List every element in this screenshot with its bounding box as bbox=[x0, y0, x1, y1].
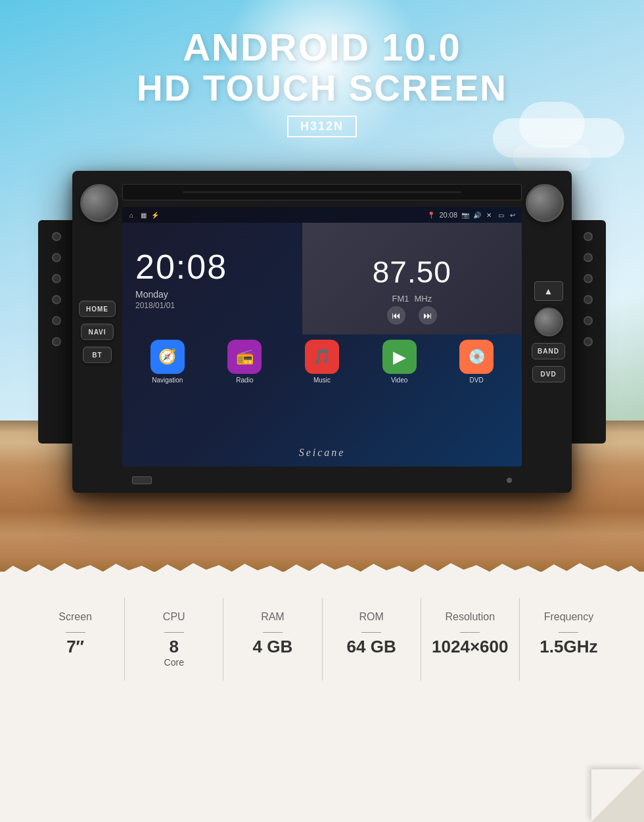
prev-button[interactable]: ⏮ bbox=[387, 306, 405, 325]
clock-area: 20:08 Monday 2018/01/01 87.50 FM1 MHz ⏮ bbox=[122, 223, 522, 334]
status-left: ⌂ ▦ ⚡ bbox=[127, 211, 159, 219]
bracket-hole bbox=[52, 316, 61, 325]
eject-button[interactable]: ▲ bbox=[534, 281, 563, 301]
spec-cpu-unit: Core bbox=[164, 657, 184, 668]
car-unit: HOME NAVI BT ▲ BAND DVD bbox=[72, 171, 572, 493]
window-icon: ▭ bbox=[497, 211, 505, 219]
clock-display: 20:08 Monday 2018/01/01 bbox=[122, 223, 302, 334]
spec-frequency-label: Frequency bbox=[544, 611, 594, 623]
spec-ram-label: RAM bbox=[261, 611, 285, 623]
spec-rom-label: ROM bbox=[359, 611, 383, 623]
screen-container[interactable]: ⌂ ▦ ⚡ 📍 20:08 📷 🔊 ✕ ▭ ↩ bbox=[122, 207, 522, 467]
bracket-hole bbox=[584, 274, 593, 283]
app-video[interactable]: ▶ Video bbox=[377, 340, 423, 384]
specs-grid: Screen 7″ CPU 8 Core RAM 4 GB ROM 64 GB … bbox=[26, 598, 618, 681]
navigation-label: Navigation bbox=[152, 377, 183, 384]
model-badge: H312N bbox=[287, 116, 357, 137]
dvd-icon-box: 💿 bbox=[459, 340, 494, 374]
usb-icon: ⚡ bbox=[151, 211, 159, 219]
bracket-right bbox=[570, 220, 606, 444]
dvd-icon: 💿 bbox=[468, 348, 486, 365]
radio-display: 87.50 FM1 MHz ⏮ ⏭ bbox=[302, 223, 522, 334]
spec-divider bbox=[164, 632, 184, 633]
bracket-hole bbox=[52, 253, 61, 262]
radio-label: Radio bbox=[236, 377, 253, 384]
menu-icon: ▦ bbox=[139, 211, 147, 219]
bt-button[interactable]: BT bbox=[83, 347, 112, 363]
volume-knob-right[interactable] bbox=[526, 184, 564, 222]
brand-name: Seicane bbox=[299, 447, 346, 459]
radio-band: FM1 bbox=[392, 294, 409, 304]
radio-controls: ⏮ ⏭ bbox=[302, 306, 522, 325]
bracket-hole bbox=[584, 316, 593, 325]
volume-icon: 🔊 bbox=[473, 211, 481, 219]
spec-divider bbox=[66, 632, 85, 633]
radio-info: FM1 MHz bbox=[392, 294, 432, 304]
unit-bottom bbox=[122, 468, 522, 493]
music-icon-box: 🎵 bbox=[305, 340, 339, 374]
app-navigation[interactable]: 🧭 Navigation bbox=[145, 340, 191, 384]
navi-button[interactable]: NAVI bbox=[81, 324, 113, 340]
left-knob-area bbox=[80, 184, 118, 225]
cd-slot-line bbox=[183, 191, 461, 193]
bracket-hole bbox=[584, 232, 593, 241]
usb-port bbox=[132, 476, 152, 484]
unit-frame: HOME NAVI BT ▲ BAND DVD bbox=[72, 171, 572, 493]
spec-screen-label: Screen bbox=[58, 611, 92, 623]
radio-icon-box: 📻 bbox=[227, 340, 262, 374]
dvd-button[interactable]: DVD bbox=[532, 366, 565, 382]
camera-icon: 📷 bbox=[461, 211, 469, 219]
cd-slot bbox=[122, 184, 522, 200]
band-button[interactable]: BAND bbox=[532, 343, 565, 359]
knob-right-small[interactable] bbox=[534, 308, 563, 336]
led-indicator bbox=[507, 478, 512, 483]
left-controls: HOME NAVI BT bbox=[79, 301, 116, 363]
bracket-hole bbox=[52, 232, 61, 241]
android-screen: ⌂ ▦ ⚡ 📍 20:08 📷 🔊 ✕ ▭ ↩ bbox=[122, 207, 522, 467]
spec-ram: RAM 4 GB bbox=[223, 598, 322, 681]
app-row: 🧭 Navigation 📻 Radio 🎵 bbox=[122, 334, 522, 387]
paper-curl bbox=[591, 769, 644, 822]
home-button[interactable]: HOME bbox=[79, 301, 116, 317]
status-bar: ⌂ ▦ ⚡ 📍 20:08 📷 🔊 ✕ ▭ ↩ bbox=[122, 207, 522, 223]
spec-frequency: Frequency 1.5GHz bbox=[520, 598, 618, 681]
volume-knob-left[interactable] bbox=[80, 184, 118, 222]
app-radio[interactable]: 📻 Radio bbox=[221, 340, 267, 384]
spec-divider bbox=[361, 632, 381, 633]
bracket-left bbox=[38, 220, 74, 444]
music-icon: 🎵 bbox=[313, 348, 331, 365]
location-icon: 📍 bbox=[427, 211, 435, 219]
video-label: Video bbox=[391, 377, 407, 384]
bracket-hole bbox=[52, 337, 61, 346]
spec-cpu-value: 8 bbox=[170, 637, 179, 657]
specs-section: Screen 7″ CPU 8 Core RAM 4 GB ROM 64 GB … bbox=[0, 572, 644, 822]
navigation-icon: 🧭 bbox=[158, 348, 176, 365]
music-label: Music bbox=[313, 377, 331, 384]
back-icon: ↩ bbox=[509, 211, 517, 219]
spec-rom-value: 64 GB bbox=[347, 637, 396, 657]
right-knob-area bbox=[526, 184, 564, 225]
spec-screen-value: 7″ bbox=[66, 637, 84, 657]
app-music[interactable]: 🎵 Music bbox=[299, 340, 345, 384]
spec-rom: ROM 64 GB bbox=[323, 598, 421, 681]
close-icon: ✕ bbox=[485, 211, 493, 219]
spec-resolution: Resolution 1024×600 bbox=[421, 598, 520, 681]
home-icon: ⌂ bbox=[127, 211, 135, 219]
status-right: 📍 20:08 📷 🔊 ✕ ▭ ↩ bbox=[427, 211, 517, 219]
dvd-label: DVD bbox=[470, 377, 484, 384]
spec-frequency-value: 1.5GHz bbox=[540, 637, 597, 657]
bracket-hole bbox=[52, 295, 61, 304]
spec-resolution-value: 1024×600 bbox=[432, 637, 508, 657]
app-dvd[interactable]: 💿 DVD bbox=[453, 340, 499, 384]
title-line2: HD TOUCH SCREEN bbox=[92, 68, 552, 108]
hero-title: ANDROID 10.0 HD TOUCH SCREEN H312N bbox=[92, 26, 552, 137]
bracket-hole bbox=[584, 295, 593, 304]
right-controls: ▲ BAND DVD bbox=[532, 281, 565, 382]
bracket-hole bbox=[52, 274, 61, 283]
spec-divider bbox=[460, 632, 480, 633]
clock-time: 20:08 bbox=[135, 247, 289, 286]
hero-section: ANDROID 10.0 HD TOUCH SCREEN H312N bbox=[0, 0, 644, 572]
bracket-hole bbox=[584, 253, 593, 262]
video-icon: ▶ bbox=[393, 347, 406, 367]
next-button[interactable]: ⏭ bbox=[419, 306, 437, 325]
